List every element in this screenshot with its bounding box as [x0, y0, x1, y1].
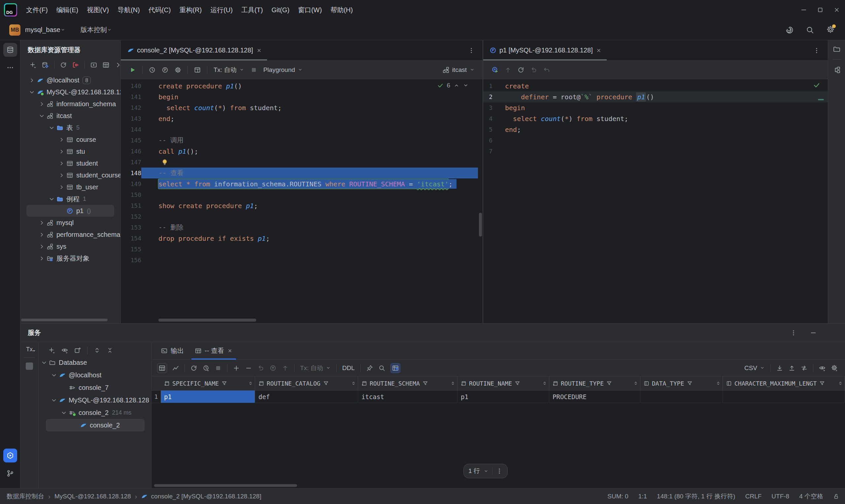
- menu-item-help[interactable]: 帮助(H): [326, 0, 357, 20]
- procedure-line-3[interactable]: 3begin: [483, 102, 828, 113]
- console-line-146[interactable]: 146call p1();: [121, 146, 482, 157]
- db-tree-item-p1[interactable]: Pp1(): [27, 205, 114, 217]
- cell-CHARACTER_MAXIMUM_LENGT[interactable]: [723, 391, 845, 403]
- menu-item-run[interactable]: 运行(U): [206, 0, 237, 20]
- sort-icon[interactable]: [542, 381, 547, 385]
- submit-icon[interactable]: [270, 365, 276, 372]
- db-tree-item-itcast[interactable]: itcast: [20, 110, 121, 122]
- chevron-right-icon[interactable]: [59, 173, 64, 178]
- plus-dd-icon[interactable]: [49, 347, 55, 354]
- git-button[interactable]: [3, 466, 17, 480]
- cell-DATA_TYPE[interactable]: [640, 391, 723, 403]
- gear-icon[interactable]: [175, 67, 181, 73]
- chevron-down-icon[interactable]: [51, 397, 57, 403]
- cell-ROUTINE_TYPE[interactable]: PROCEDURE: [549, 391, 640, 403]
- menu-item-git[interactable]: Git(G): [267, 0, 294, 20]
- sort-icon[interactable]: [351, 381, 356, 385]
- db-tree-item-performance_schema[interactable]: performance_schema: [20, 229, 121, 240]
- stop-icon[interactable]: [26, 362, 33, 370]
- collapse-icon[interactable]: [107, 347, 113, 354]
- code-editor[interactable]: 6 140create procedure p1()141begin142 se…: [121, 79, 482, 323]
- menu-item-code[interactable]: 代码(C): [144, 0, 175, 20]
- inline-grid-icon[interactable]: [194, 67, 201, 73]
- settings-button[interactable]: [827, 25, 834, 35]
- horizontal-scrollbar[interactable]: [154, 484, 297, 487]
- stop-icon[interactable]: [215, 365, 222, 372]
- svc-tree-item-MySQL-@192.168.128.128[interactable]: MySQL-@192.168.128.128: [39, 394, 151, 407]
- compare-icon[interactable]: [801, 365, 807, 372]
- column-header-CHARACTER_MAXIMUM_LENGT[interactable]: CHARACTER_MAXIMUM_LENGT: [723, 376, 845, 390]
- funnel-icon[interactable]: [515, 381, 520, 386]
- tab-console-2[interactable]: console_2 [MySQL-@192.168.128.128]: [121, 40, 267, 60]
- db-tree-item--[interactable]: 表5: [20, 122, 121, 133]
- database-explorer-button[interactable]: [3, 43, 17, 57]
- ai-icon[interactable]: [786, 26, 793, 34]
- console-line-142[interactable]: 142 select count(*) from student;: [121, 102, 482, 113]
- console-line-149[interactable]: 149select * from information_schema.ROUT…: [121, 178, 482, 189]
- db-tree-item-student_course[interactable]: student_course: [20, 169, 121, 181]
- results-tab-view[interactable]: -- 查看: [190, 342, 238, 360]
- sort-icon[interactable]: [451, 381, 455, 385]
- minus-icon[interactable]: [245, 365, 252, 372]
- p-circle-icon[interactable]: P: [162, 67, 168, 73]
- menu-item-edit[interactable]: 编辑(E): [52, 0, 83, 20]
- svc-tree-item-@localhost[interactable]: @localhost: [39, 369, 151, 381]
- chevron-right-icon[interactable]: [39, 232, 45, 237]
- run-icon[interactable]: [129, 67, 136, 73]
- hook-icon[interactable]: [543, 67, 550, 73]
- add-dd-icon[interactable]: [30, 62, 36, 68]
- cell-ROUTINE_SCHEMA[interactable]: itcast: [358, 391, 457, 403]
- files-tool-icon[interactable]: [833, 46, 840, 53]
- console-line-143[interactable]: 143end;: [121, 113, 482, 124]
- pin-icon[interactable]: [366, 365, 373, 372]
- funnel-icon[interactable]: [687, 381, 692, 386]
- clock-icon[interactable]: [149, 67, 156, 73]
- chevron-down-icon[interactable]: [51, 372, 57, 378]
- chart-icon[interactable]: [172, 365, 179, 372]
- refresh-icon[interactable]: [191, 365, 197, 372]
- sort-icon[interactable]: [633, 381, 638, 385]
- procedure-line-7[interactable]: 7: [483, 146, 828, 157]
- tab-options-kebab-icon[interactable]: [468, 47, 475, 54]
- grid-toolbar-ddl[interactable]: DDL: [342, 364, 355, 372]
- status-item[interactable]: SUM: 0: [608, 493, 628, 500]
- console-toolbar-playground[interactable]: Playground: [263, 66, 303, 74]
- column-header-ROUTINE_CATALOG[interactable]: ROUTINE_CATALOG: [255, 376, 358, 390]
- funnel-icon[interactable]: [323, 381, 329, 386]
- window-maximize-button[interactable]: [812, 0, 828, 20]
- refresh-icon[interactable]: [517, 67, 524, 73]
- grid-toolbar-csv[interactable]: CSV: [744, 364, 765, 372]
- refresh-icon[interactable]: [60, 62, 67, 68]
- db-gear-icon[interactable]: [42, 62, 49, 68]
- grid-toolbar-tx-[interactable]: Tx: 自动: [300, 364, 331, 372]
- chevron-right-icon[interactable]: [39, 244, 45, 249]
- db-tree-item-tb_user[interactable]: tb_user: [20, 181, 121, 193]
- procedure-line-2[interactable]: 2 definer = root@`%` procedure p1(): [483, 91, 828, 102]
- menu-item-tools[interactable]: 工具(T): [237, 0, 267, 20]
- search-icon[interactable]: [379, 365, 385, 372]
- db-tree-item--[interactable]: 例程1: [20, 193, 121, 205]
- chevron-right-icon[interactable]: [39, 220, 45, 226]
- breadcrumb-item[interactable]: 数据库控制台: [6, 492, 44, 501]
- eye-dd-icon[interactable]: [61, 347, 68, 354]
- sort-icon[interactable]: [716, 381, 721, 385]
- chevron-down-icon[interactable]: [463, 83, 469, 88]
- code-editor[interactable]: 1create2 definer = root@`%` procedure p1…: [483, 79, 828, 323]
- chevron-down-icon[interactable]: [41, 360, 47, 365]
- chevron-down-icon[interactable]: [29, 89, 35, 95]
- newtab-icon[interactable]: [74, 347, 81, 354]
- status-item[interactable]: 148:1 (80 字符, 1 行 换行符): [657, 492, 735, 501]
- table-icon[interactable]: [103, 62, 109, 68]
- procedure-line-5[interactable]: 5end;: [483, 124, 828, 135]
- schema-selector[interactable]: itcast: [443, 66, 475, 74]
- close-icon[interactable]: [257, 48, 262, 53]
- menu-item-window[interactable]: 窗口(W): [294, 0, 326, 20]
- arrow-up-icon[interactable]: [282, 365, 288, 372]
- db-tree-item-information_schema[interactable]: information_schema: [20, 98, 121, 110]
- chevron-down-icon[interactable]: [49, 125, 54, 131]
- close-icon[interactable]: [227, 348, 232, 353]
- db-tree-item-course[interactable]: course: [20, 133, 121, 145]
- horizontal-scrollbar[interactable]: [21, 319, 108, 321]
- console-line-155[interactable]: 155: [121, 244, 482, 255]
- status-item[interactable]: 4 个空格: [799, 492, 823, 501]
